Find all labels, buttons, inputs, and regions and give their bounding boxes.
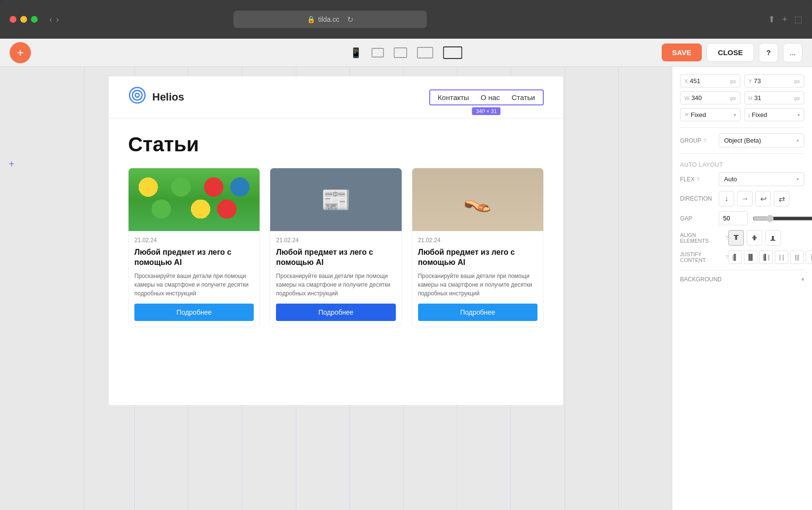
fixed-y-value: Fixed xyxy=(752,111,796,118)
direction-wrap-button[interactable]: ↩ xyxy=(755,191,771,206)
fixed-y-group[interactable]: | Fixed ▾ xyxy=(744,108,805,121)
close-traffic-light[interactable] xyxy=(10,16,16,23)
svg-rect-1 xyxy=(394,48,407,58)
nav-item-articles[interactable]: Статьи xyxy=(511,93,535,102)
size-badge: 340 × 31 xyxy=(472,107,501,115)
article-headline-3: Любой предмет из лего с помощью AI xyxy=(418,248,537,268)
w-group[interactable]: W 340 px xyxy=(680,91,740,104)
align-top-button[interactable] xyxy=(728,230,744,246)
wh-row: W 340 px H 31 px xyxy=(680,91,804,104)
align-row: ALIGN ELEMENTS ? xyxy=(680,230,804,246)
article-body-2: 21.02.24 Любой предмет из лего с помощью… xyxy=(270,231,401,327)
justify-start-button[interactable]: |▌ xyxy=(728,250,742,264)
fixed-x-value: Fixed xyxy=(691,111,732,118)
flex-row: FLEX ? Auto ▾ xyxy=(680,172,804,186)
share-icon[interactable]: ⬆ xyxy=(768,14,775,25)
minimize-traffic-light[interactable] xyxy=(20,16,27,23)
editor-main: + Helios Контакты О нас xyxy=(0,67,812,510)
group-dropdown[interactable]: Object (Beta) ▾ xyxy=(719,133,804,147)
gap-input[interactable] xyxy=(719,211,748,225)
y-group[interactable]: Y 73 px xyxy=(744,74,805,87)
justify-center-button[interactable]: ▐▌ xyxy=(744,250,757,264)
gap-slider[interactable] xyxy=(753,215,812,222)
justify-space-between-button[interactable]: |▌| xyxy=(759,250,773,264)
address-bar[interactable]: 🔒 tilda.cc ↻ xyxy=(233,11,427,28)
nav-item-contacts[interactable]: Контакты xyxy=(438,93,469,102)
direction-reverse-button[interactable]: ⇄ xyxy=(774,191,789,206)
article-image-shoes: 👡 xyxy=(412,168,543,231)
group-help-icon[interactable]: ? xyxy=(703,138,706,144)
nav-menu-selected[interactable]: Контакты О нас Статьи 340 × 31 xyxy=(429,89,544,105)
add-element-button[interactable]: + xyxy=(10,42,31,63)
flex-label-group: FLEX ? xyxy=(680,176,719,183)
justify-end-button[interactable]: ▐| xyxy=(806,250,812,264)
align-center-button[interactable] xyxy=(747,230,762,246)
svg-rect-8 xyxy=(735,236,737,240)
fixed-y-bar-icon: | xyxy=(749,112,750,118)
more-button[interactable]: ... xyxy=(783,43,802,62)
nav-arrows: ‹ › xyxy=(49,15,59,25)
background-label: BACKGROUND xyxy=(680,276,722,283)
background-expand-icon[interactable]: ▾ xyxy=(801,276,804,283)
auto-layout-label: AUTO LAYOUT xyxy=(680,161,804,168)
article-body-1: 21.02.24 Любой предмет из лего с помощью… xyxy=(129,231,260,327)
article-image-lego xyxy=(129,168,260,231)
justify-label-text: JUSTIFY CONTENT xyxy=(680,251,724,263)
close-button[interactable]: CLOSE xyxy=(707,43,754,62)
tablet-icon[interactable] xyxy=(394,47,407,58)
y-unit: px xyxy=(794,78,800,84)
h-group[interactable]: H 31 px xyxy=(744,91,805,104)
background-row: BACKGROUND ▾ xyxy=(680,276,804,283)
new-tab-icon[interactable]: + xyxy=(782,15,787,25)
article-card-3: 👡 21.02.24 Любой предмет из лего с помощ… xyxy=(412,168,544,327)
x-group[interactable]: X 451 px xyxy=(680,74,740,87)
article-btn-3[interactable]: Подробнее xyxy=(418,304,537,321)
browser-chrome: ‹ › 🔒 tilda.cc ↻ ⬆ + ⬚ xyxy=(0,0,812,39)
justify-space-around-button[interactable]: | | xyxy=(775,250,788,264)
svg-point-5 xyxy=(132,90,142,100)
right-panel: X 451 px Y 73 px W 340 px H 31 px xyxy=(672,67,812,510)
device-switcher: 📱 xyxy=(350,46,463,59)
direction-right-button[interactable]: → xyxy=(737,191,753,206)
reload-icon[interactable]: ↻ xyxy=(347,15,353,24)
articles-grid: 21.02.24 Любой предмет из лего с помощью… xyxy=(128,168,544,327)
mobile-small-icon[interactable]: 📱 xyxy=(350,47,362,58)
xy-row: X 451 px Y 73 px xyxy=(680,74,804,87)
justify-space-evenly-button[interactable]: ||| xyxy=(790,250,804,264)
svg-point-6 xyxy=(135,93,139,97)
save-button[interactable]: SAVE xyxy=(662,44,702,61)
canvas[interactable]: + Helios Контакты О нас xyxy=(0,67,672,510)
add-section-button[interactable]: + xyxy=(9,159,14,170)
x-label: X xyxy=(684,78,688,84)
y-label: Y xyxy=(749,78,752,84)
fixed-y-chevron-icon: ▾ xyxy=(798,112,800,117)
w-unit: px xyxy=(730,95,736,101)
article-desc-3: Просканируйте ваши детали при помощи кам… xyxy=(418,272,537,298)
flex-label-text: FLEX xyxy=(680,176,695,183)
fixed-x-group[interactable]: ✕ Fixed ▾ xyxy=(680,108,740,121)
desktop-small-icon[interactable] xyxy=(417,47,434,58)
flex-dropdown[interactable]: Auto ▾ xyxy=(719,172,804,186)
nav-item-about[interactable]: О нас xyxy=(480,93,500,102)
align-buttons xyxy=(728,230,781,246)
svg-rect-2 xyxy=(418,47,433,58)
desktop-icon[interactable] xyxy=(443,46,463,59)
w-value: 340 xyxy=(691,94,728,102)
help-button[interactable]: ? xyxy=(759,43,778,62)
mobile-icon[interactable] xyxy=(372,48,384,58)
browser-right-icons: ⬆ + ⬚ xyxy=(768,14,802,25)
back-button[interactable]: ‹ xyxy=(49,15,52,25)
article-desc-1: Просканируйте ваши детали при помощи кам… xyxy=(134,272,254,298)
justify-label-group: JUSTIFY CONTENT ? xyxy=(680,251,728,263)
flex-help-icon[interactable]: ? xyxy=(696,176,699,182)
maximize-traffic-light[interactable] xyxy=(31,16,38,23)
tabs-icon[interactable]: ⬚ xyxy=(794,14,802,25)
divider-3 xyxy=(680,270,804,270)
article-btn-2[interactable]: Подробнее xyxy=(276,304,395,321)
forward-button[interactable]: › xyxy=(56,15,59,25)
align-bottom-button[interactable] xyxy=(765,230,781,246)
article-btn-1[interactable]: Подробнее xyxy=(134,304,254,321)
article-card-1: 21.02.24 Любой предмет из лего с помощью… xyxy=(128,168,260,327)
direction-down-button[interactable]: ↓ xyxy=(719,191,734,206)
fixed-x-chevron-icon: ▾ xyxy=(734,112,736,117)
